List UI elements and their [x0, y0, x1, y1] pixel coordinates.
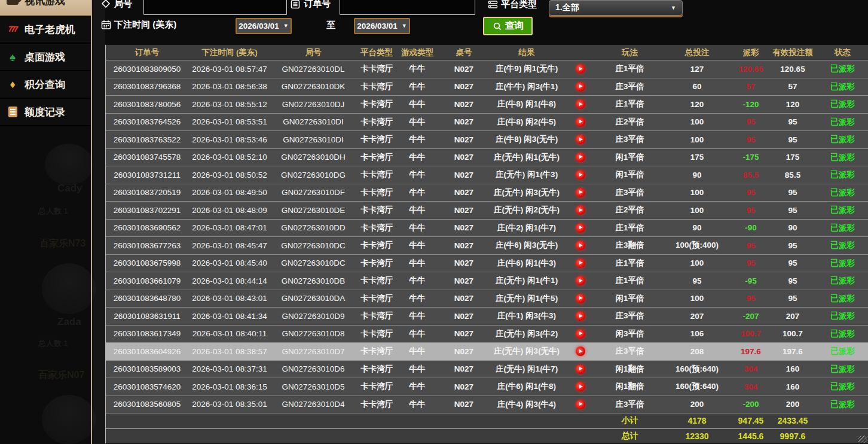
table-row[interactable]: 260301083720519 2026-03-01 08:49:50 GN02…: [106, 184, 868, 202]
replay-play-icon[interactable]: [576, 82, 585, 92]
cell-bet-time: 2026-03-01 08:53:46: [188, 131, 271, 149]
cell-table-no: N027: [437, 96, 491, 114]
table-row[interactable]: 260301083702291 2026-03-01 08:48:09 GN02…: [106, 202, 868, 220]
cell-replay: [563, 378, 598, 396]
replay-play-icon[interactable]: [576, 99, 585, 109]
cell-total-bet: 100: [661, 254, 733, 272]
replay-play-icon[interactable]: [576, 153, 585, 162]
cell-round: GN027263010DD: [271, 219, 356, 237]
cell-payout: 100.7: [733, 325, 769, 343]
col-header-total-bet: 总投注: [661, 45, 733, 60]
table-row[interactable]: 260301083617349 2026-03-01 08:40:11 GN02…: [106, 325, 868, 343]
cell-result: 庄(牛8) 闲2(牛5): [491, 113, 563, 131]
cell-total-bet: 90: [661, 219, 733, 237]
col-header-platform: 平台类型: [356, 45, 398, 60]
replay-play-icon[interactable]: [576, 223, 585, 233]
cell-bet-time: 2026-03-01 08:36:15: [188, 378, 271, 396]
table-row[interactable]: 260301083763522 2026-03-01 08:53:46 GN02…: [106, 131, 868, 149]
cell-play: 庄3平倍: [598, 343, 661, 361]
cell-table-no: N027: [437, 237, 491, 255]
table-row[interactable]: 260301083661079 2026-03-01 08:44:14 GN02…: [106, 272, 868, 290]
cell-game-type: 牛牛: [398, 343, 437, 361]
date-to-picker[interactable]: 2026/03/01 ▼: [354, 18, 410, 34]
replay-play-icon[interactable]: [576, 400, 585, 409]
cell-replay: [563, 290, 598, 308]
sidebar-item-live-games[interactable]: 视讯游戏: [0, 0, 91, 16]
tag-icon: [100, 0, 111, 10]
replay-play-icon[interactable]: [576, 64, 585, 74]
replay-play-icon[interactable]: [576, 241, 585, 250]
cell-platform: 卡卡湾厅: [356, 237, 398, 255]
table-row[interactable]: 260301083780056 2026-03-01 08:55:12 GN02…: [106, 96, 868, 114]
cell-order: 260301083675998: [106, 254, 188, 272]
chevron-down-icon: ▼: [671, 5, 676, 11]
replay-play-icon[interactable]: [576, 294, 585, 303]
col-header-replay: [563, 45, 598, 60]
replay-play-icon[interactable]: [576, 382, 585, 391]
table-row[interactable]: 260301083648780 2026-03-01 08:43:01 GN02…: [106, 290, 868, 308]
replay-play-icon[interactable]: [576, 188, 585, 197]
cell-game-type: 牛牛: [398, 396, 437, 413]
cell-total-bet: 95: [661, 272, 733, 290]
replay-play-icon[interactable]: [576, 117, 585, 127]
cell-result: 庄(无牛) 闲1(牛7): [491, 360, 563, 378]
search-button[interactable]: 查询: [483, 17, 533, 35]
cell-replay: [563, 325, 598, 343]
table-row[interactable]: 260301083677263 2026-03-01 08:45:47 GN02…: [106, 237, 868, 255]
cell-valid-bet: 95: [769, 131, 817, 149]
replay-play-icon[interactable]: [576, 259, 585, 268]
table-row[interactable]: 260301083809050 2026-03-01 08:57:47 GN02…: [106, 60, 868, 78]
replay-play-icon[interactable]: [576, 329, 585, 339]
replay-play-icon[interactable]: [576, 364, 585, 374]
replay-play-icon[interactable]: [576, 205, 585, 215]
cell-platform: 卡卡湾厅: [356, 148, 398, 166]
replay-play-icon[interactable]: [576, 346, 585, 356]
cell-bet-time: 2026-03-01 08:53:51: [188, 113, 271, 131]
replay-play-icon[interactable]: [576, 170, 585, 180]
sidebar: 视讯游戏 777 电子老虎机 ♠ 桌面游戏 ♦ 积分查询 额度记录: [0, 0, 91, 444]
table-row[interactable]: 260301083796368 2026-03-01 08:56:38 GN02…: [106, 78, 868, 96]
cell-platform: 卡卡湾厅: [356, 60, 398, 78]
total-row: 总计 12330 1445.6 9997.6: [106, 428, 868, 443]
cell-total-bet: 100: [661, 131, 733, 149]
cell-round: GN027263010DI: [271, 113, 356, 131]
order-no-input[interactable]: [340, 0, 475, 15]
table-row[interactable]: 260301083690562 2026-03-01 08:47:01 GN02…: [106, 219, 868, 237]
cell-order: 260301083690562: [106, 219, 188, 237]
table-row[interactable]: 260301083675998 2026-03-01 08:45:40 GN02…: [106, 254, 868, 272]
cell-total-bet: 160(预:640): [661, 378, 733, 396]
chevron-down-icon: ▼: [283, 23, 289, 29]
cell-replay: [563, 308, 598, 326]
sidebar-item-points-query[interactable]: ♦ 积分查询: [0, 71, 91, 99]
cell-payout: 95: [733, 131, 769, 149]
date-from-picker[interactable]: 2026/03/01 ▼: [236, 18, 292, 34]
cell-status: 已派彩: [817, 166, 868, 184]
cell-status: 已派彩: [817, 96, 868, 114]
replay-play-icon[interactable]: [576, 135, 585, 144]
cell-payout: 304: [733, 360, 769, 378]
table-row[interactable]: 260301083731211 2026-03-01 08:50:52 GN02…: [106, 166, 868, 184]
sidebar-item-table-games[interactable]: ♠ 桌面游戏: [0, 44, 91, 71]
table-row[interactable]: 260301083764526 2026-03-01 08:53:51 GN02…: [106, 113, 868, 131]
platform-type-select[interactable]: 1.全部 ▼: [549, 0, 683, 16]
game-no-input[interactable]: [143, 0, 287, 15]
table-row[interactable]: 260301083631911 2026-03-01 08:41:34 GN02…: [106, 308, 868, 326]
cell-game-type: 牛牛: [398, 78, 437, 96]
cell-result: 庄(牛6) 闲3(无牛): [491, 237, 563, 255]
cell-bet-time: 2026-03-01 08:35:01: [188, 396, 271, 413]
cell-table-no: N027: [437, 308, 491, 326]
table-row[interactable]: 260301083574620 2026-03-01 08:36:15 GN02…: [106, 378, 868, 396]
table-row[interactable]: 260301083560805 2026-03-01 08:35:01 GN02…: [106, 396, 868, 413]
cell-round: GN027263010D8: [271, 325, 356, 343]
resize-grip[interactable]: [858, 436, 867, 443]
replay-play-icon[interactable]: [576, 276, 585, 285]
table-row[interactable]: 260301083589003 2026-03-01 08:37:31 GN02…: [106, 360, 868, 378]
cell-valid-bet: 160: [769, 378, 817, 396]
cell-platform: 卡卡湾厅: [356, 131, 398, 149]
table-row[interactable]: 260301083745578 2026-03-01 08:52:10 GN02…: [106, 148, 868, 166]
replay-play-icon[interactable]: [576, 311, 585, 321]
sidebar-item-slots[interactable]: 777 电子老虎机: [0, 16, 91, 44]
cell-result: 庄(无牛) 闲1(牛3): [491, 166, 563, 184]
sidebar-item-quota-records[interactable]: 额度记录: [0, 99, 91, 126]
table-row[interactable]: 260301083604926 2026-03-01 08:38:57 GN02…: [106, 343, 868, 361]
